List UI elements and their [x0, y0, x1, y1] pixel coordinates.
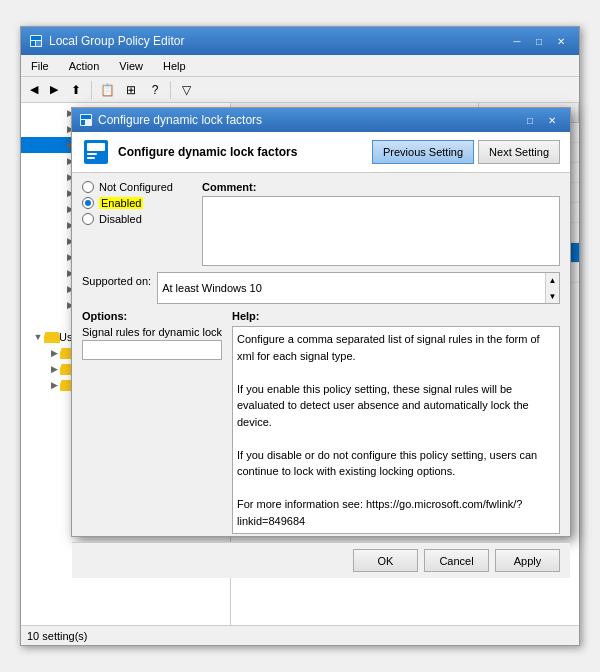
dialog-overlay: Configure dynamic lock factors □ ✕ Confi…: [21, 27, 579, 645]
bottom-section: Options: Signal rules for dynamic lock H…: [82, 310, 560, 534]
dialog-title-bar: Configure dynamic lock factors □ ✕: [72, 108, 570, 132]
comment-area: Comment:: [202, 181, 560, 266]
options-panel: Options: Signal rules for dynamic lock: [82, 310, 222, 534]
supported-value: At least Windows 10: [162, 282, 262, 294]
dialog-close-button[interactable]: ✕: [542, 112, 562, 128]
dialog-title-icon: [80, 114, 92, 126]
dialog-footer: OK Cancel Apply: [72, 542, 570, 578]
supported-box: At least Windows 10 ▲ ▼: [157, 272, 560, 304]
properties-button[interactable]: ⊞: [120, 80, 142, 100]
tree-toggle: ▶: [47, 378, 61, 392]
dialog-title-label: Configure dynamic lock factors: [98, 113, 262, 127]
svg-rect-41: [87, 153, 97, 155]
tree-toggle: ▶: [47, 346, 61, 360]
radio-disabled[interactable]: [82, 213, 94, 225]
comment-textarea[interactable]: [202, 196, 560, 266]
app-icon: [29, 34, 43, 48]
supported-section: Supported on: At least Windows 10 ▲ ▼: [82, 272, 560, 304]
close-button[interactable]: ✕: [551, 33, 571, 49]
svg-rect-42: [87, 157, 95, 159]
svg-rect-37: [81, 115, 91, 119]
scroll-down-arrow[interactable]: ▼: [546, 289, 559, 303]
cancel-button[interactable]: Cancel: [424, 549, 489, 572]
filter-button[interactable]: ▽: [175, 80, 197, 100]
radio-enabled-row: Enabled: [82, 197, 192, 209]
maximize-button[interactable]: □: [529, 33, 549, 49]
radio-enabled[interactable]: [82, 197, 94, 209]
tree-toggle: ▼: [31, 330, 45, 344]
radio-not-configured-label: Not Configured: [99, 181, 173, 193]
configure-dialog: Configure dynamic lock factors □ ✕ Confi…: [71, 107, 571, 537]
dialog-header-title: Configure dynamic lock factors: [118, 145, 364, 159]
forward-button[interactable]: ▶: [45, 81, 63, 98]
main-window-title: Local Group Policy Editor: [49, 34, 184, 48]
dialog-body: Not Configured Enabled Disabled: [72, 173, 570, 542]
radio-not-configured[interactable]: [82, 181, 94, 193]
help-button[interactable]: ?: [144, 80, 166, 100]
menu-file[interactable]: File: [25, 58, 55, 74]
top-section: Not Configured Enabled Disabled: [82, 181, 560, 266]
dialog-title-text: Configure dynamic lock factors: [80, 113, 262, 127]
dialog-header: Configure dynamic lock factors Previous …: [72, 132, 570, 173]
menu-help[interactable]: Help: [157, 58, 192, 74]
minimize-button[interactable]: ─: [507, 33, 527, 49]
svg-rect-40: [87, 143, 105, 151]
help-title: Help:: [232, 310, 560, 322]
next-setting-button[interactable]: Next Setting: [478, 140, 560, 164]
options-title: Options:: [82, 310, 222, 322]
status-text: 10 setting(s): [27, 630, 88, 642]
main-window: Local Group Policy Editor ─ □ ✕ File Act…: [20, 26, 580, 646]
radio-disabled-row: Disabled: [82, 213, 192, 225]
svg-rect-3: [36, 41, 41, 46]
radio-disabled-label: Disabled: [99, 213, 142, 225]
tree-toggle: ▶: [47, 362, 61, 376]
folder-icon: [45, 332, 59, 343]
supported-scrollbar[interactable]: ▲ ▼: [545, 273, 559, 303]
menu-view[interactable]: View: [113, 58, 149, 74]
title-bar-left: Local Group Policy Editor: [29, 34, 184, 48]
help-panel: Help: Configure a comma separated list o…: [232, 310, 560, 534]
menu-bar: File Action View Help: [21, 55, 579, 77]
signal-rules-input[interactable]: [82, 340, 222, 360]
comment-label: Comment:: [202, 181, 560, 193]
options-input-row: Signal rules for dynamic lock: [82, 326, 222, 360]
up-button[interactable]: ⬆: [65, 80, 87, 100]
svg-rect-38: [81, 120, 85, 125]
options-input-label: Signal rules for dynamic lock: [82, 326, 222, 338]
dialog-nav-buttons: Previous Setting Next Setting: [372, 140, 560, 164]
title-bar: Local Group Policy Editor ─ □ ✕: [21, 27, 579, 55]
help-text-area: Configure a comma separated list of sign…: [232, 326, 560, 534]
help-text: Configure a comma separated list of sign…: [237, 333, 543, 527]
dialog-maximize-button[interactable]: □: [520, 112, 540, 128]
radio-not-configured-row: Not Configured: [82, 181, 192, 193]
dialog-header-icon: [82, 138, 110, 166]
back-button[interactable]: ◀: [25, 81, 43, 98]
menu-action[interactable]: Action: [63, 58, 106, 74]
title-bar-buttons: ─ □ ✕: [507, 33, 571, 49]
status-bar: 10 setting(s): [21, 625, 579, 645]
scroll-up-arrow[interactable]: ▲: [546, 273, 559, 287]
ok-button[interactable]: OK: [353, 549, 418, 572]
svg-rect-1: [31, 36, 41, 40]
radio-group: Not Configured Enabled Disabled: [82, 181, 192, 266]
apply-button[interactable]: Apply: [495, 549, 560, 572]
show-hide-button[interactable]: 📋: [96, 80, 118, 100]
svg-rect-2: [31, 41, 35, 46]
previous-setting-button[interactable]: Previous Setting: [372, 140, 474, 164]
dialog-title-buttons: □ ✕: [520, 112, 562, 128]
supported-label: Supported on:: [82, 272, 151, 287]
toolbar: ◀ ▶ ⬆ 📋 ⊞ ? ▽: [21, 77, 579, 103]
radio-enabled-label: Enabled: [99, 197, 143, 209]
